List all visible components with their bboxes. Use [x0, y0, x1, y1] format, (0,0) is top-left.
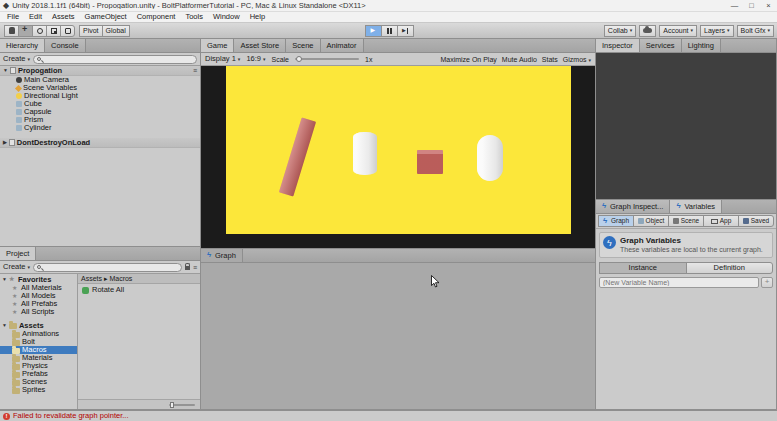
transform-tool-button[interactable]: [60, 25, 75, 37]
play-control-button[interactable]: [365, 25, 382, 37]
menu-item[interactable]: Assets: [47, 12, 80, 22]
icon-size-slider[interactable]: [169, 404, 195, 406]
menu-item[interactable]: Window: [208, 12, 245, 22]
toolbar-dropdown-button[interactable]: Layers ▾: [700, 25, 734, 37]
scene-icon: [9, 139, 15, 146]
foldout-open-icon[interactable]: ▼: [2, 277, 7, 282]
rect-icon: [65, 28, 71, 34]
panel-tab[interactable]: Scene: [286, 39, 320, 52]
toolbar-dropdown-button[interactable]: Bolt Gfx ▾: [737, 25, 774, 37]
macro-icon: [82, 287, 89, 294]
scale-slider[interactable]: [295, 58, 359, 60]
variable-scope-button[interactable]: App: [703, 215, 739, 227]
panel-tab[interactable]: Graph: [201, 249, 243, 262]
graph-inspector-tabbar: Graph Inspect... Variables: [596, 200, 776, 214]
graph-canvas[interactable]: [201, 263, 595, 409]
scene-context-menu-icon[interactable]: ≡: [193, 67, 197, 74]
hierarchy-item[interactable]: Cylinder: [0, 124, 200, 132]
slider-knob[interactable]: [170, 402, 174, 408]
menu-item[interactable]: Component: [132, 12, 181, 22]
panel-tab[interactable]: Game: [201, 39, 234, 52]
variable-mode-tab[interactable]: Instance: [599, 262, 687, 274]
menu-item[interactable]: Tools: [180, 12, 208, 22]
graph-inspector-panel: Graph Inspect... Variables Graph: [596, 200, 777, 410]
dropdown-label: Account: [663, 27, 688, 34]
folder-item[interactable]: Animations: [0, 330, 77, 338]
scene-header-dontdestroyonload[interactable]: ▶ DontDestroyOnLoad: [0, 138, 200, 148]
hierarchy-search[interactable]: [33, 55, 197, 64]
panel-tab[interactable]: Hierarchy: [0, 39, 45, 52]
project-breadcrumb[interactable]: Assets ▸ Macros: [78, 274, 200, 284]
menu-item[interactable]: Help: [245, 12, 270, 22]
transform-tool-button[interactable]: [18, 25, 33, 37]
toolbar-dropdown-button[interactable]: Account ▾: [659, 25, 697, 37]
foldout-open-icon[interactable]: ▼: [2, 323, 7, 328]
close-button[interactable]: ×: [760, 0, 777, 11]
project-search[interactable]: [33, 263, 182, 272]
panel-tab[interactable]: Console: [45, 39, 86, 52]
stats-toggle[interactable]: Stats: [542, 56, 558, 63]
mesh-icon: [16, 101, 22, 107]
favorite-item[interactable]: All Scripts: [0, 308, 77, 316]
mute-audio-toggle[interactable]: Mute Audio: [502, 56, 537, 63]
play-control-button[interactable]: [397, 25, 414, 37]
variable-mode-tab[interactable]: Definition: [686, 262, 774, 274]
collab-button[interactable]: Collab ▾: [604, 25, 636, 37]
new-variable-input[interactable]: [599, 277, 759, 288]
minimize-button[interactable]: —: [726, 0, 743, 11]
graph-variables-info: ϟ Graph Variables These variables are lo…: [599, 232, 773, 258]
panel-tab[interactable]: Asset Store: [234, 39, 286, 52]
folder-icon: [12, 332, 20, 338]
display-dropdown[interactable]: Display 1 ▾: [205, 55, 240, 63]
menu-item[interactable]: Edit: [24, 12, 47, 22]
panel-tab[interactable]: Project: [0, 247, 36, 260]
game-view-toolbar: Display 1 ▾ 16:9 ▾ Scale 1x Maximize On …: [201, 53, 595, 66]
project-file-item[interactable]: Rotate All: [78, 285, 200, 295]
space-toggle-button[interactable]: Global: [102, 25, 130, 37]
transform-tool-button[interactable]: [46, 25, 61, 37]
panel-tab[interactable]: Animator: [321, 39, 364, 52]
aspect-dropdown[interactable]: 16:9 ▾: [246, 55, 265, 63]
panel-tab[interactable]: Services: [640, 39, 682, 52]
hierarchy-panel: HierarchyConsole Create ▾ ▼ Propogation …: [0, 39, 201, 247]
panel-tab[interactable]: Lighting: [682, 39, 721, 52]
cloud-services-button[interactable]: [639, 25, 656, 37]
panel-tab[interactable]: Graph Inspect...: [596, 200, 670, 213]
editor-main-area: HierarchyConsole Create ▾ ▼ Propogation …: [0, 39, 777, 410]
scale-slider-knob[interactable]: [296, 56, 302, 62]
foldout-closed-icon[interactable]: ▶: [3, 140, 7, 145]
panel-tab[interactable]: Variables: [670, 200, 722, 213]
project-toolbar: Create ▾ ≡: [0, 261, 200, 274]
scope-label: Saved: [751, 218, 769, 225]
maximize-button[interactable]: □: [743, 0, 760, 11]
favorites-list: All Materials All Models All Prefabs: [0, 284, 77, 316]
variable-scope-button[interactable]: Saved: [738, 215, 774, 227]
transform-tool-button[interactable]: [4, 25, 19, 37]
hierarchy-search-input[interactable]: [43, 56, 193, 63]
variable-scope-button[interactable]: Object: [633, 215, 669, 227]
play-control-button[interactable]: [381, 25, 398, 37]
menu-item[interactable]: File: [2, 12, 24, 22]
foldout-open-icon[interactable]: ▼: [3, 68, 8, 73]
lock-icon[interactable]: [185, 266, 190, 270]
variable-scope-button[interactable]: Graph: [598, 215, 634, 227]
variable-scope-button[interactable]: Scene: [668, 215, 704, 227]
project-create-button[interactable]: Create ▾: [3, 263, 30, 271]
center-column: GameAsset StoreSceneAnimator Display 1 ▾…: [201, 39, 596, 410]
mode-tab-label: Instance: [629, 264, 657, 272]
folder-item[interactable]: Sprites: [0, 386, 77, 394]
objscope-icon: [638, 218, 644, 224]
hierarchy-create-button[interactable]: Create ▾: [3, 55, 30, 63]
star-icon: [12, 285, 19, 292]
transform-tool-button[interactable]: [32, 25, 47, 37]
menu-item[interactable]: GameObject: [80, 12, 132, 22]
panel-menu-icon[interactable]: ≡: [193, 264, 197, 271]
status-bar[interactable]: Failed to revalidate graph pointer...: [0, 410, 777, 421]
pause-icon: [387, 28, 392, 34]
panel-tab[interactable]: Inspector: [596, 39, 640, 52]
project-search-input[interactable]: [43, 264, 178, 271]
gizmos-dropdown[interactable]: Gizmos ▾: [563, 56, 591, 63]
add-variable-button[interactable]: +: [761, 277, 773, 288]
pivot-toggle-button[interactable]: Pivot: [79, 25, 103, 37]
maximize-on-play-toggle[interactable]: Maximize On Play: [440, 56, 496, 63]
